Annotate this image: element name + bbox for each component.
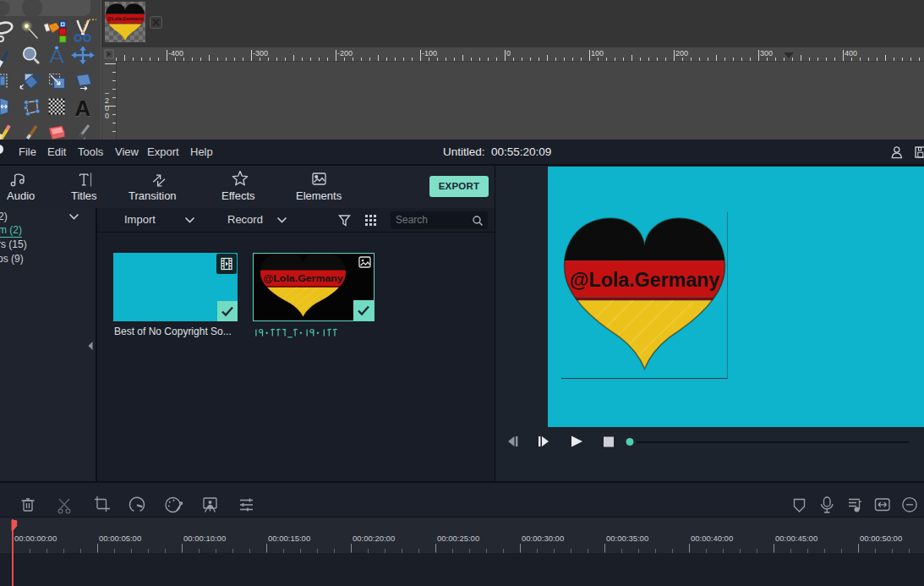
svg-text:00:00:30:00: 00:00:30:00 xyxy=(522,534,564,543)
svg-text:00:00:50:00: 00:00:50:00 xyxy=(860,534,902,543)
svg-text:00:00:20:00: 00:00:20:00 xyxy=(353,534,395,543)
svg-text:-400: -400 xyxy=(168,49,183,58)
svg-text:A: A xyxy=(75,96,91,121)
svg-text:100: 100 xyxy=(591,49,604,58)
svg-text:-200: -200 xyxy=(337,49,353,58)
svg-text:00:00:00:00: 00:00:00:00 xyxy=(14,534,57,543)
svg-text:400: 400 xyxy=(845,49,857,58)
svg-text:00:00:25:00: 00:00:25:00 xyxy=(437,534,479,543)
svg-text:-300: -300 xyxy=(253,49,268,58)
svg-text:00:00:15:00: 00:00:15:00 xyxy=(268,534,310,543)
svg-text:0: 0 xyxy=(105,112,109,120)
svg-text:00:00:35:00: 00:00:35:00 xyxy=(606,534,648,543)
svg-text:0: 0 xyxy=(506,49,511,58)
svg-text:-100: -100 xyxy=(422,49,437,58)
svg-text:300: 300 xyxy=(760,49,773,58)
svg-text:00:00:45:00: 00:00:45:00 xyxy=(775,534,817,543)
svg-text:00:00:40:00: 00:00:40:00 xyxy=(691,534,733,543)
svg-text:200: 200 xyxy=(675,49,688,58)
svg-text:00:00:05:00: 00:00:05:00 xyxy=(99,534,141,543)
svg-text:00:00:10:00: 00:00:10:00 xyxy=(183,534,226,543)
